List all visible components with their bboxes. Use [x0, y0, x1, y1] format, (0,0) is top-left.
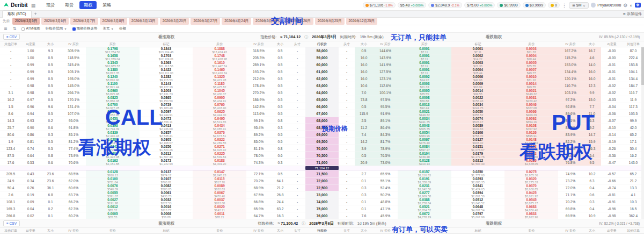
expiry-chip[interactable]: 2026年3月6日	[41, 18, 69, 25]
call-bid-price[interactable]: 0.1100$7,821.44	[86, 82, 140, 89]
usd-select[interactable]: 美元 ▼	[103, 26, 114, 31]
call-bid-price[interactable]: 0.0076$540.39	[86, 184, 140, 191]
put-ask-price[interactable]: 0.0545$3,875.17	[504, 198, 558, 205]
expiry-prev-label[interactable]: 先前	[3, 19, 10, 24]
put-bid-price[interactable]: 0.0013$92.44	[398, 103, 451, 110]
put-ask-price[interactable]: 0.0126$895.91	[504, 131, 558, 138]
call-mark-price[interactable]: 0.0008$56.88	[140, 212, 193, 219]
call-bid-price[interactable]: 0.0289$2,054.91	[86, 138, 140, 145]
expiry-chip[interactable]: 2026年3月5日	[12, 18, 40, 25]
put-mark-price[interactable]: 0.0002$14.22	[451, 54, 505, 61]
put-bid-price[interactable]: 0.0034$241.75	[398, 117, 451, 124]
call-mark-price[interactable]: 0.0032$227.53	[140, 198, 193, 205]
put-mark-price[interactable]: 0.0127$903.02	[451, 138, 505, 145]
call-ask-price[interactable]: 0.1465$10,416.74	[193, 68, 246, 75]
put-bid-price[interactable]: 0.0388$2,758.84	[398, 198, 451, 205]
call-mark-price[interactable]: 0.1282$9,115.53	[140, 75, 193, 82]
call-bid-price[interactable]: 0.0012$85.32	[86, 205, 140, 212]
call-mark-price[interactable]: 0.1703$12,109.01	[140, 54, 193, 61]
call-ask-price[interactable]: 0.1888$13,424.43	[193, 47, 246, 54]
put-bid-price[interactable]: 0.0054$383.96	[398, 131, 451, 138]
currency-mode-select[interactable]: ≣ $M ⌄	[569, 2, 589, 9]
put-bid-price[interactable]: 0.0008$56.88	[398, 96, 451, 103]
tab-options-btc[interactable]: 期权 (BTC)	[2, 10, 32, 18]
call-mark-price[interactable]: 0.1003$7,131.73	[140, 89, 193, 96]
call-bid-price[interactable]: 0.0960$6,825.98	[86, 89, 140, 96]
call-ask-price[interactable]: 0.0067$476.40	[193, 191, 246, 198]
list-icon[interactable]: ≣	[4, 26, 8, 31]
put-ask-price[interactable]: 0.0833$5,922.96	[504, 212, 558, 219]
call-ask-price[interactable]: 0.0434$3,085.91	[193, 124, 246, 131]
call-mark-price[interactable]: 0.1143$8,127.19	[140, 82, 193, 89]
put-mark-price[interactable]: 0.0797$5,667.99	[451, 212, 505, 219]
call-mark-price[interactable]: 0.0172$1,222.99	[140, 159, 193, 166]
info-icon[interactable]: ⓘ	[304, 34, 308, 40]
call-ask-price[interactable]: 0.0905$6,434.91	[193, 96, 246, 103]
scrollbar-thumb[interactable]	[641, 47, 644, 85]
put-mark-price[interactable]: 0.0014$99.55	[451, 89, 505, 96]
expiry-chip[interactable]: 2026年4月24日	[222, 18, 251, 25]
call-bid-price[interactable]: 0.1545$10,985.57	[86, 61, 140, 68]
put-mark-price[interactable]: 0.0022$156.43	[451, 96, 505, 103]
settings-gear-icon[interactable]: ⚙	[623, 3, 627, 8]
expected-trend-checkbox[interactable]: 预期价格走势	[72, 26, 98, 31]
call-mark-price[interactable]: 0.1563$11,113.56	[140, 61, 193, 68]
call-bid-price[interactable]: 0.0128$910.13	[86, 170, 140, 177]
call-ask-price[interactable]: 0.0183$1,301.20	[193, 159, 246, 166]
apps-grid-icon[interactable]: ▦	[31, 3, 36, 8]
nav-item[interactable]: 期权	[79, 1, 97, 9]
put-ask-price[interactable]: 0.0004$28.44	[504, 54, 558, 61]
put-ask-price[interactable]: 0.0007$49.77	[504, 68, 558, 75]
put-bid-price[interactable]: 0.0231$1,642.50	[398, 184, 451, 191]
call-mark-price[interactable]: 0.1843$13,104.46	[140, 47, 193, 54]
call-bid-price[interactable]: 0.0825$5,866.08	[86, 96, 140, 103]
call-bid-price[interactable]: 0.1380$9,812.35	[86, 68, 140, 75]
put-bid-price[interactable]: 0.0001$7.11	[398, 61, 451, 68]
put-mark-price[interactable]: 0.0341$2,424.65	[451, 184, 505, 191]
put-mark-price[interactable]: 0.0512$3,640.52	[451, 198, 505, 205]
put-ask-price[interactable]: 0.0003$21.33	[504, 47, 558, 54]
deribit-brand[interactable]: Deribit	[3, 2, 28, 8]
more-icon[interactable]: ⋮	[562, 3, 567, 8]
put-bid-price[interactable]: 0.0043$305.75	[398, 124, 451, 131]
account-menu[interactable]: Priyaw9z0008	[591, 3, 621, 8]
put-bid-price[interactable]: 0.0084$597.27	[398, 145, 451, 152]
call-bid-price[interactable]: 0.1798$12,784.50	[86, 47, 140, 54]
put-ask-price[interactable]: 0.0275$1,955.36	[504, 170, 558, 177]
call-mark-price[interactable]: 0.0137$974.12	[140, 170, 193, 177]
put-bid-price[interactable]: 0.0002$14.22	[398, 75, 451, 82]
put-ask-price[interactable]: 0.0092$654.16	[504, 117, 558, 124]
nav-item[interactable]: 现货	[42, 1, 59, 9]
call-ask-price[interactable]: 0.0625$4,444.00	[193, 110, 246, 117]
add-widget-button[interactable]: ⊕ 添加组件	[623, 11, 642, 17]
atm-view-checkbox[interactable]: ATM视图	[21, 26, 40, 31]
expiry-chip[interactable]: 2026年3月20日	[160, 18, 189, 25]
info-icon[interactable]: ⓘ	[302, 221, 305, 226]
call-ask-price[interactable]: 0.0011$78.21	[193, 212, 246, 219]
csv-export-button[interactable]: ≡ CSV	[3, 34, 20, 40]
call-mark-price[interactable]: 0.0865$6,150.50	[140, 96, 193, 103]
call-mark-price[interactable]: 0.0061$433.73	[140, 191, 193, 198]
put-ask-price[interactable]: 0.0005$35.55	[504, 61, 558, 68]
put-mark-price[interactable]: 0.0212$1,507.40	[451, 159, 505, 166]
put-mark-price[interactable]: 0.0089$632.83	[451, 124, 505, 131]
put-ask-price[interactable]: 0.0236$1,678.05	[504, 159, 558, 166]
app-shortcut-icon[interactable]: ❖	[635, 3, 641, 8]
put-ask-price[interactable]: 0.0108$767.92	[504, 124, 558, 131]
put-mark-price[interactable]: 0.0009$63.99	[451, 82, 505, 89]
call-mark-price[interactable]: 0.0357$2,538.41	[140, 131, 193, 138]
expiry-chip[interactable]: 2026年12月25日	[346, 18, 377, 25]
put-ask-price[interactable]: 0.0031$220.42	[504, 96, 558, 103]
put-bid-price[interactable]: 0.0003$21.33	[398, 82, 451, 89]
call-mark-price[interactable]: 0.1422$10,111.00	[140, 68, 193, 75]
call-bid-price[interactable]: 0.0005$35.55	[86, 212, 140, 219]
put-mark-price[interactable]: 0.0004$28.44	[451, 68, 505, 75]
put-bid-price[interactable]: 0.0128$910.13	[398, 159, 451, 166]
expiry-chip[interactable]: 2026年3月13日	[129, 18, 158, 25]
put-bid-price[interactable]: 0.0104$739.48	[398, 152, 451, 159]
put-ask-price[interactable]: 0.0370$2,630.85	[504, 184, 558, 191]
put-mark-price[interactable]: 0.0250$1,777.60	[451, 170, 505, 177]
nav-item[interactable]: 策略	[98, 1, 115, 9]
call-ask-price[interactable]: 0.0225$1,599.84	[193, 152, 246, 159]
call-ask-price[interactable]: 0.1045$7,430.37	[193, 89, 246, 96]
